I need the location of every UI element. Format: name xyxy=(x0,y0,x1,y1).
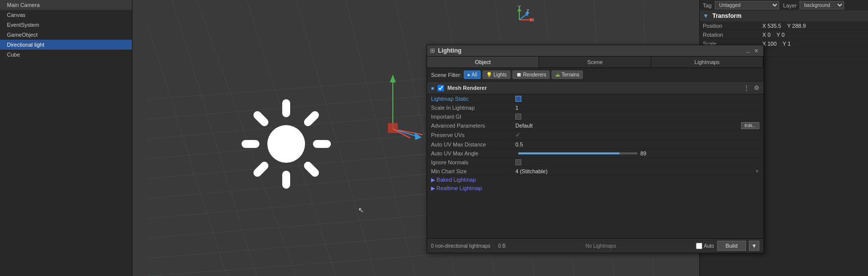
lighting-title: Lighting xyxy=(438,47,461,54)
lighting-tabs: Object Scene Lightmaps xyxy=(427,57,763,68)
auto-uv-angle-slider[interactable] xyxy=(518,152,637,154)
ignore-normals-checkbox[interactable] xyxy=(515,159,521,165)
min-chart-size-row: Min Chart Size 4 (Stitchable) ▼ xyxy=(427,167,763,176)
tag-layer-row: Tag Untagged Layer background xyxy=(700,0,868,10)
lighting-footer: 0 non-directional lightmaps 0 B No Light… xyxy=(427,238,763,253)
svg-rect-24 xyxy=(282,99,290,117)
preserve-uvs-label: Preserve UVs xyxy=(431,132,515,138)
preserve-uvs-checkmark: ✓ xyxy=(515,132,520,138)
navigation-cube[interactable]: Y X Z xyxy=(502,2,537,37)
mesh-renderer-options-icon[interactable]: ⋮ xyxy=(743,84,750,92)
build-dropdown-button[interactable]: ▼ xyxy=(749,241,759,251)
svg-rect-30 xyxy=(252,110,270,128)
tag-label: Tag xyxy=(703,2,712,8)
svg-rect-38 xyxy=(388,123,398,133)
rot-y: Y 0 xyxy=(777,32,785,38)
auto-uv-angle-row: Auto UV Max Angle 89 xyxy=(427,149,763,158)
lightmap-static-row: Lightmap Static xyxy=(427,94,763,103)
footer-lightmap-count: 0 non-directional lightmaps xyxy=(431,243,491,249)
auto-checkbox[interactable] xyxy=(696,243,702,249)
auto-uv-angle-label: Auto UV Max Angle xyxy=(431,150,515,156)
svg-rect-27 xyxy=(313,140,331,148)
tab-scene[interactable]: Scene xyxy=(539,57,651,68)
hierarchy-item-cube[interactable]: Cube xyxy=(0,50,132,60)
lightmap-static-checkbox[interactable] xyxy=(515,96,521,102)
lighting-titlebar: ⊞ Lighting _ × xyxy=(427,45,763,57)
lightmap-static-label: Lightmap Static xyxy=(431,96,515,102)
rot-x: X 0 xyxy=(762,32,771,38)
build-button[interactable]: Build xyxy=(717,241,746,251)
preserve-uvs-row: Preserve UVs ✓ xyxy=(427,131,763,140)
tag-dropdown[interactable]: Untagged xyxy=(715,1,779,9)
advanced-params-value: Default xyxy=(515,123,628,129)
min-chart-size-value: 4 (Stitchable) xyxy=(515,168,635,174)
layer-label: Layer xyxy=(783,2,797,8)
filter-all-button[interactable]: ● All xyxy=(464,70,481,79)
renderer-icon: 🔲 xyxy=(516,72,522,77)
build-section: Auto Build ▼ xyxy=(696,241,759,251)
light-icon: 💡 xyxy=(486,72,492,77)
mesh-renderer-label: Mesh Renderer xyxy=(447,85,487,91)
auto-checkbox-row: Auto xyxy=(696,243,714,249)
close-button[interactable]: × xyxy=(752,47,760,55)
auto-uv-dist-label: Auto UV Max Distance xyxy=(431,141,515,147)
scale-y: Y 1 xyxy=(783,41,791,47)
lighting-grid-icon: ⊞ xyxy=(430,47,435,54)
svg-rect-25 xyxy=(282,171,290,189)
cursor: ↖ xyxy=(358,206,364,214)
svg-rect-29 xyxy=(252,160,270,179)
important-gi-checkbox[interactable] xyxy=(515,114,521,120)
layer-dropdown[interactable]: background xyxy=(800,1,844,9)
auto-label: Auto xyxy=(704,243,714,249)
mesh-renderer-toggle[interactable] xyxy=(437,85,444,91)
pos-x: X 535.5 xyxy=(762,23,781,29)
filter-renderers-button[interactable]: 🔲 Renderers xyxy=(512,70,550,79)
hierarchy-item-gameobject[interactable]: GameObject xyxy=(0,30,132,40)
scale-lightmap-row: Scale In Lightmap 1 xyxy=(427,103,763,112)
svg-point-23 xyxy=(267,125,305,163)
important-gi-row: Important GI xyxy=(427,112,763,121)
scene-filter-row: Scene Filter: ● All 💡 Lights 🔲 Renderers… xyxy=(427,68,763,82)
all-icon: ● xyxy=(467,72,470,77)
filter-terrains-button[interactable]: ⛰ Terrains xyxy=(552,70,583,79)
advanced-params-label: Advanced Parameters xyxy=(431,123,515,129)
filter-lights-button[interactable]: 💡 Lights xyxy=(483,70,510,79)
baked-lightmap-section[interactable]: ▶ Baked Lightmap xyxy=(427,176,763,184)
auto-uv-angle-value: 89 xyxy=(640,150,759,156)
pos-y: Y 288.9 xyxy=(787,23,806,29)
panel-controls: _ × xyxy=(744,47,760,55)
minimize-button[interactable]: _ xyxy=(744,47,751,55)
hierarchy-item-main-camera[interactable]: Main Camera xyxy=(0,0,132,10)
svg-rect-31 xyxy=(303,160,321,179)
svg-marker-48 xyxy=(525,12,529,16)
mesh-renderer-icon: ■ xyxy=(431,85,434,91)
scene-filter-label: Scene Filter: xyxy=(431,72,462,78)
ignore-normals-row: Ignore Normals xyxy=(427,158,763,167)
directional-light-icon xyxy=(237,94,336,194)
svg-rect-28 xyxy=(303,110,321,128)
ignore-normals-label: Ignore Normals xyxy=(431,159,515,165)
svg-marker-33 xyxy=(390,74,396,82)
terrain-icon: ⛰ xyxy=(555,72,560,77)
advanced-params-row: Advanced Parameters Default Edit... xyxy=(427,121,763,131)
hierarchy-item-directional-light[interactable]: Directional light xyxy=(0,40,132,50)
lighting-panel: ⊞ Lighting _ × Object Scene Lightmaps Sc… xyxy=(427,45,764,253)
transform-section: ▼ Transform xyxy=(700,10,868,21)
mesh-renderer-settings-icon[interactable]: ⚙ xyxy=(754,84,759,91)
realtime-lightmap-section[interactable]: ▶ Realtime Lightmap xyxy=(427,184,763,193)
auto-uv-dist-value: 0.5 xyxy=(515,141,759,147)
position-row: Position X 535.5 Y 288.9 xyxy=(700,21,868,30)
tab-lightmaps[interactable]: Lightmaps xyxy=(651,57,763,68)
tab-object[interactable]: Object xyxy=(427,57,539,68)
hierarchy-item-canvas[interactable]: Canvas xyxy=(0,10,132,20)
rotation-row: Rotation X 0 Y 0 xyxy=(700,30,868,39)
advanced-params-edit-button[interactable]: Edit... xyxy=(741,122,759,129)
scale-lightmap-label: Scale In Lightmap xyxy=(431,105,515,111)
rotation-label: Rotation xyxy=(703,32,762,38)
position-label: Position xyxy=(703,23,762,29)
hierarchy-item-eventsystem[interactable]: EventSystem xyxy=(0,20,132,30)
no-lightmaps-text: No Lightmaps xyxy=(585,243,616,249)
svg-rect-26 xyxy=(242,140,259,148)
scale-x: X 100 xyxy=(762,41,777,47)
scale-lightmap-value: 1 xyxy=(515,105,759,111)
